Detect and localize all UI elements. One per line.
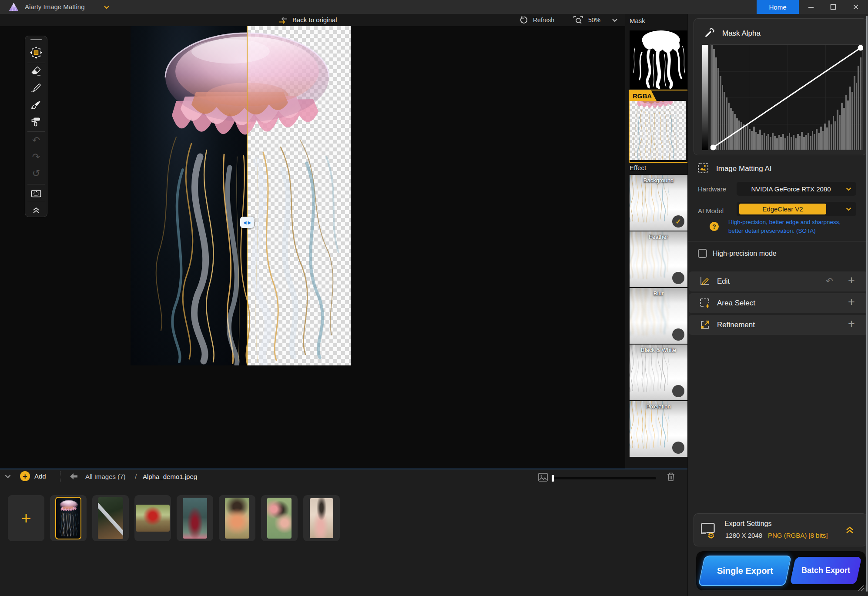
collapse-export-icon[interactable] <box>845 526 855 534</box>
right-panel: Mask Alpha Image Matting AI Hardware NVI… <box>687 14 868 596</box>
pen-tool-button[interactable] <box>25 82 47 94</box>
filmstrip-thumb-woman-garden-roses[interactable] <box>261 495 298 541</box>
export-settings-title: Export Settings <box>724 520 772 528</box>
export-size-value: 1280 X 2048 <box>725 532 762 539</box>
delete-image-icon[interactable] <box>667 472 675 482</box>
edit-expand-button[interactable]: + <box>848 275 855 286</box>
home-button[interactable]: Home <box>757 0 799 14</box>
effect-badge-empty[interactable] <box>672 272 684 284</box>
edit-section-row[interactable]: Edit ↶ + <box>689 271 868 291</box>
add-image-button[interactable]: + Add <box>20 471 46 481</box>
breadcrumb-separator: / <box>135 473 137 480</box>
edit-undo-icon[interactable]: ↶ <box>826 276 833 286</box>
breadcrumb-back-icon[interactable] <box>70 473 78 480</box>
maximize-button[interactable] <box>824 0 842 14</box>
effect-badge-empty[interactable] <box>672 328 684 341</box>
export-settings-card[interactable]: ⚙ Export Settings 1280 X 2048 PNG (RGBA)… <box>694 513 867 546</box>
thumb-image-woman-cream-dress <box>310 498 333 538</box>
compare-divider-handle[interactable]: ◀▶ <box>240 217 254 228</box>
effect-badge-empty[interactable] <box>672 385 684 397</box>
reset-button[interactable]: ↺ <box>25 169 47 178</box>
effect-thumb-feather[interactable]: Feather <box>630 231 687 287</box>
breadcrumb-all-images[interactable]: All Images (7) <box>85 473 126 480</box>
refresh-icon[interactable] <box>520 16 529 24</box>
effect-thumb-black-white[interactable]: Black & White <box>630 345 687 400</box>
effect-check-badge[interactable]: ✓ <box>672 215 684 228</box>
batch-export-button[interactable]: Batch Export <box>790 557 861 584</box>
app-logo-icon <box>9 2 19 12</box>
back-to-original-button[interactable]: Back to original <box>292 16 337 23</box>
filmstrip-thumb-woman-peach-flowers[interactable] <box>219 495 255 541</box>
high-precision-checkbox[interactable] <box>698 249 707 258</box>
single-export-button[interactable]: Single Export <box>698 556 792 586</box>
marquee-select-button[interactable] <box>25 188 47 199</box>
eraser-tool-button[interactable] <box>25 65 47 77</box>
mask-thumbnail[interactable] <box>630 30 687 89</box>
close-button[interactable] <box>847 0 865 14</box>
effect-label: Black & White <box>630 347 687 353</box>
brush-tool-button[interactable] <box>25 100 47 111</box>
window-resize-grip[interactable] <box>854 581 865 592</box>
thumb-image-red-bicycle <box>136 505 170 532</box>
divider <box>27 184 45 184</box>
minimize-button[interactable] <box>802 0 820 14</box>
roller-tool-button[interactable] <box>25 116 47 127</box>
area-select-section-row[interactable]: Area Select + <box>689 293 868 313</box>
mask-effect-column: Mask RGBA Effect Background ✓ Feather Bl… <box>625 14 687 469</box>
refinement-expand-button[interactable]: + <box>848 318 855 330</box>
move-tool-button[interactable] <box>25 46 47 59</box>
alpha-curve[interactable] <box>710 45 863 151</box>
rgba-thumbnail-selected[interactable]: RGBA <box>629 90 688 163</box>
effect-label: Pixelation <box>630 403 687 410</box>
zoom-level-value[interactable]: 50% <box>588 17 600 23</box>
breadcrumb-current-file: Alpha_demo1.jpeg <box>143 473 197 480</box>
curve-handle-low[interactable] <box>710 145 716 151</box>
undo-button[interactable]: ↶ <box>25 136 47 145</box>
palette-drag-handle[interactable] <box>30 39 42 40</box>
chevron-down-icon <box>845 187 852 191</box>
compare-divider-line[interactable] <box>247 26 248 365</box>
zoom-tool-icon[interactable] <box>573 16 583 25</box>
refresh-button[interactable]: Refresh <box>533 17 554 23</box>
effect-label: Blur <box>630 290 687 297</box>
ai-model-select[interactable]: EdgeClear V2 <box>737 202 856 216</box>
divider <box>27 202 45 202</box>
filmstrip-thumb-red-bicycle[interactable] <box>134 495 171 541</box>
app-window: Aiarty Image Matting Home Back to origin… <box>0 0 868 596</box>
refinement-section-row[interactable]: Refinement + <box>689 315 868 335</box>
export-buttons-dock: Single Export Batch Export <box>696 551 866 591</box>
effect-thumb-blur[interactable]: Blur <box>630 288 687 344</box>
thumbnail-size-slider-handle[interactable] <box>552 475 554 482</box>
canvas-area: ◀▶ <box>0 26 625 469</box>
curve-handle-high[interactable] <box>858 45 864 51</box>
effect-badge-empty[interactable] <box>672 442 684 454</box>
divider <box>60 471 60 482</box>
original-image-half <box>131 26 247 365</box>
add-image-tile[interactable]: + <box>8 495 44 541</box>
area-select-expand-button[interactable]: + <box>848 296 855 308</box>
effect-label: Background <box>630 177 687 184</box>
effect-thumb-pixelation[interactable]: Pixelation <box>630 401 687 457</box>
thumbnail-size-icon <box>538 472 548 482</box>
zoom-chevron-down-icon[interactable] <box>612 18 618 22</box>
model-hint-line2[interactable]: better detail preservation. (SOTA) <box>728 228 816 234</box>
filmstrip-thumb-forest-axe[interactable] <box>92 495 129 541</box>
ai-model-value: EdgeClear V2 <box>739 204 826 214</box>
collapse-filmstrip-icon[interactable] <box>4 474 11 479</box>
high-precision-label: High-precision mode <box>713 250 777 258</box>
collapse-palette-button[interactable] <box>25 206 47 214</box>
divider <box>27 63 45 63</box>
add-plus-icon: + <box>20 471 30 481</box>
filmstrip-thumb-woman-red-dress[interactable] <box>177 495 213 541</box>
help-icon[interactable]: ? <box>710 222 719 231</box>
redo-button[interactable]: ↷ <box>25 152 47 162</box>
filmstrip-thumb-woman-cream-dress[interactable] <box>303 495 340 541</box>
effect-thumb-background[interactable]: Background ✓ <box>630 175 687 231</box>
filmstrip-thumb-jellyfish-selected[interactable] <box>50 495 87 541</box>
app-menu-chevron-icon[interactable] <box>103 5 110 9</box>
pen-icon <box>30 82 42 94</box>
hardware-select[interactable]: NVIDIA GeForce RTX 2080 <box>737 182 856 196</box>
image-preview[interactable]: ◀▶ <box>131 26 351 365</box>
thumbnail-size-slider[interactable] <box>552 477 656 479</box>
window-resize-edge[interactable] <box>866 16 868 592</box>
